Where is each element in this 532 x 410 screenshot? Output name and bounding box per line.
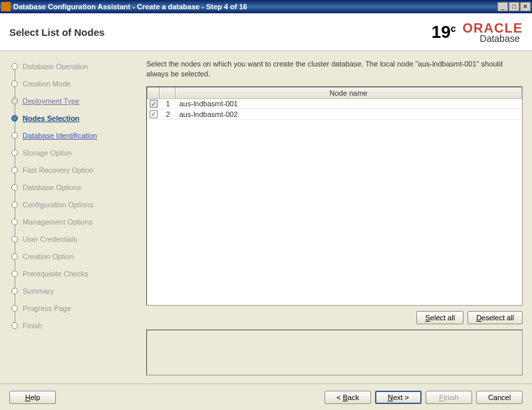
back-button[interactable]: < Back [325, 391, 371, 404]
step-label: Progress Page [23, 304, 71, 312]
step-label: Management Options [23, 218, 92, 226]
sidebar-step-13: Summary [4, 282, 133, 300]
window-title: Database Configuration Assistant - Creat… [13, 3, 497, 11]
step-label: Prerequisite Checks [23, 270, 88, 278]
finish-button: Finish [426, 391, 472, 404]
step-label: User Credentials [23, 235, 77, 243]
sidebar-step-3[interactable]: Nodes Selection [4, 110, 133, 127]
logo: 19c ORACLE Database [432, 21, 523, 44]
step-bullet-icon [11, 322, 18, 329]
col-num [160, 87, 176, 98]
cancel-button[interactable]: Cancel [476, 391, 523, 404]
sidebar-step-5: Storage Option [4, 144, 133, 161]
step-bullet-icon [11, 184, 18, 191]
step-label: Summary [23, 287, 54, 295]
step-bullet-icon [11, 132, 18, 139]
footer: Help < Back Next > Finish Cancel [0, 383, 532, 410]
step-bullet-icon [11, 236, 18, 243]
node-checkbox: ✓ [150, 100, 158, 108]
sidebar-step-15: Finish [4, 317, 133, 334]
step-label: Fast Recovery Option [23, 166, 93, 174]
row-number: 2 [160, 109, 176, 120]
log-area [146, 330, 523, 375]
sidebar-step-11: Creation Option [4, 248, 133, 265]
step-label: Storage Option [23, 149, 72, 157]
step-bullet-icon [11, 98, 18, 104]
sidebar-step-0: Database Operation [4, 58, 133, 75]
step-label: Creation Mode [23, 80, 70, 88]
sidebar-step-12: Prerequisite Checks [4, 265, 133, 282]
maximize-button[interactable]: □ [509, 2, 519, 11]
col-check [148, 87, 160, 98]
col-node-name: Node name [176, 87, 522, 98]
content-area: Select the nodes on which you want to cr… [137, 51, 532, 383]
close-button[interactable]: ✕ [520, 2, 531, 11]
node-checkbox[interactable]: ✓ [150, 110, 158, 118]
step-bullet-icon [11, 80, 18, 87]
step-bullet-icon [11, 219, 18, 225]
step-bullet-icon [11, 270, 18, 277]
sidebar-step-4[interactable]: Database Identification [4, 127, 133, 144]
titlebar: Database Configuration Assistant - Creat… [0, 0, 532, 13]
nodes-table-container: Node name ✓1aus-lndbasmt-001✓2aus-lndbas… [146, 86, 523, 306]
sidebar-step-7: Database Options [4, 179, 133, 196]
help-button[interactable]: Help [9, 391, 56, 404]
node-name-cell: aus-lndbasmt-001 [176, 98, 522, 109]
page-title: Select List of Nodes [9, 27, 432, 38]
step-label: Database Operation [23, 62, 88, 70]
step-bullet-icon [11, 63, 18, 70]
sidebar-step-10: User Credentials [4, 231, 133, 248]
step-bullet-icon [11, 253, 18, 260]
header: Select List of Nodes 19c ORACLE Database [0, 13, 532, 51]
instruction-text: Select the nodes on which you want to cr… [146, 59, 523, 80]
deselect-all-button[interactable]: Deselect all [467, 311, 523, 324]
sidebar-step-8: Configuration Options [4, 196, 133, 213]
step-label: Creation Option [23, 253, 74, 260]
table-row[interactable]: ✓2aus-lndbasmt-002 [148, 109, 522, 120]
step-label: Database Identification [23, 132, 97, 140]
row-number: 1 [160, 98, 176, 109]
sidebar-step-2[interactable]: Deployment Type [4, 92, 133, 110]
step-bullet-icon [11, 115, 18, 122]
step-label: Database Options [23, 183, 81, 191]
step-label: Nodes Selection [23, 114, 80, 122]
sidebar-step-14: Progress Page [4, 300, 133, 317]
step-bullet-icon [11, 288, 18, 294]
step-label: Configuration Options [23, 201, 93, 209]
next-button[interactable]: Next > [375, 391, 422, 404]
step-label: Finish [23, 322, 42, 330]
step-bullet-icon [11, 201, 18, 208]
sidebar-step-1: Creation Mode [4, 75, 133, 92]
wizard-sidebar: Database OperationCreation ModeDeploymen… [0, 51, 137, 383]
table-row[interactable]: ✓1aus-lndbasmt-001 [148, 98, 522, 109]
step-bullet-icon [11, 167, 18, 173]
select-all-button[interactable]: Select all [416, 311, 464, 324]
sidebar-step-9: Management Options [4, 213, 133, 231]
step-bullet-icon [11, 305, 18, 312]
step-label: Deployment Type [23, 97, 79, 105]
node-name-cell: aus-lndbasmt-002 [176, 109, 522, 120]
step-bullet-icon [11, 150, 18, 156]
minimize-button[interactable]: _ [497, 2, 508, 11]
sidebar-step-6: Fast Recovery Option [4, 161, 133, 179]
java-icon [1, 2, 11, 11]
